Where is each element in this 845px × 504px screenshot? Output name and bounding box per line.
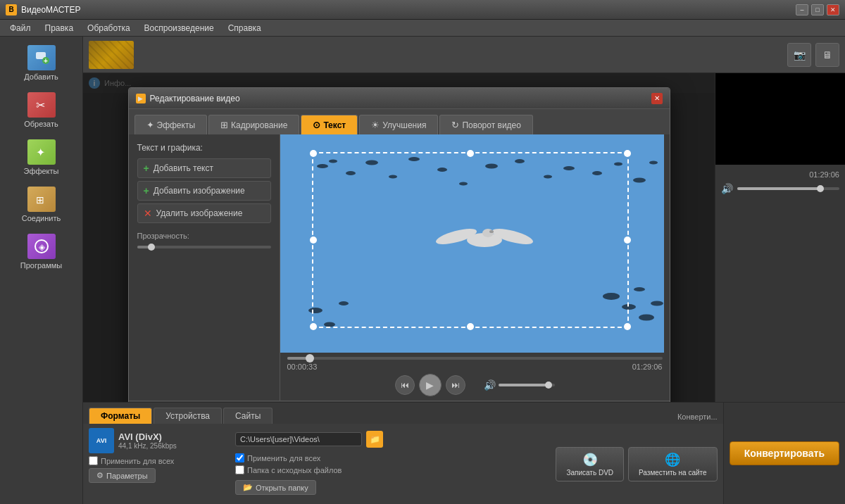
content-area: i Инфо... ▶ Редактирование видео ✕ xyxy=(83,73,715,402)
camera-icon-btn[interactable]: 📷 xyxy=(787,43,811,67)
handle-mr[interactable] xyxy=(624,237,631,244)
delete-image-label: Удалить изображение xyxy=(156,208,243,218)
apply-all-checkbox[interactable] xyxy=(89,456,98,465)
output-path-field[interactable] xyxy=(235,432,362,446)
sidebar-join-label: Соединить xyxy=(22,214,61,222)
modal-title-bar: ▶ Редактирование видео ✕ xyxy=(129,88,670,109)
video-canvas xyxy=(280,134,664,353)
convert-button[interactable]: Конвертировать xyxy=(730,441,839,465)
source-folder-check[interactable]: Папка с исходных файлов xyxy=(235,465,390,474)
effects-tab-icon: ✦ xyxy=(146,120,154,130)
fast-forward-button[interactable]: ⏭ xyxy=(446,375,465,395)
maximize-button[interactable]: □ xyxy=(811,4,824,15)
right-volume-thumb xyxy=(817,185,824,192)
menu-bar: Файл Правка Обработка Воспроизведение Сп… xyxy=(0,20,845,37)
add-text-button[interactable]: + Добавить текст xyxy=(137,158,271,178)
volume-fill xyxy=(499,384,546,386)
tab-rotate[interactable]: ↻ Поворот видео xyxy=(439,115,533,134)
time-end: 01:29:06 xyxy=(632,363,663,371)
right-volume-slider[interactable] xyxy=(737,187,839,190)
plus-icon: + xyxy=(144,163,149,174)
sidebar-btn-effects[interactable]: ✦ Эффекты xyxy=(3,135,80,179)
handle-tl[interactable] xyxy=(310,150,317,157)
tab-framing[interactable]: ⊞ Кадрирование xyxy=(208,115,299,134)
play-button[interactable]: ▶ xyxy=(419,374,442,396)
modal-icon: ▶ xyxy=(136,94,146,103)
right-preview-svg xyxy=(715,73,845,165)
format-col: AVI AVI (DivX) 44,1 kHz, 256kbps Примени… xyxy=(89,428,230,500)
add-image-button[interactable]: + Добавить изображение xyxy=(137,181,271,201)
apply-all-check[interactable]: Применить для всех xyxy=(89,456,230,465)
main-layout: + Добавить ✂ Обрезать ✦ Эффекты ⊞ Соедин… xyxy=(0,37,845,504)
apply-all-label2: Применить для всех xyxy=(247,454,320,462)
open-folder-button[interactable]: 📂 Открыть папку xyxy=(235,480,316,495)
menu-file[interactable]: Файл xyxy=(3,21,38,35)
handle-tr[interactable] xyxy=(624,150,631,157)
sidebar-btn-join[interactable]: ⊞ Соединить xyxy=(3,182,80,227)
svg-point-28 xyxy=(639,315,654,321)
handle-ml[interactable] xyxy=(310,237,317,244)
selection-box[interactable] xyxy=(312,152,629,328)
apply-all-checkbox2[interactable] xyxy=(235,453,244,462)
minimize-button[interactable]: – xyxy=(796,4,808,15)
sidebar-btn-add[interactable]: + Добавить xyxy=(3,41,80,85)
playback-controls: ⏮ ▶ ⏭ 🔊 xyxy=(287,374,663,396)
params-row: ⚙ Параметры xyxy=(89,468,230,483)
browse-folder-button[interactable]: 📁 xyxy=(366,431,383,448)
app-title: ВидеоМАСТЕР xyxy=(21,5,796,15)
handle-bl[interactable] xyxy=(310,323,317,330)
modal-tabs: ✦ Эффекты ⊞ Кадрирование ⊙ Текст xyxy=(129,109,670,134)
handle-br[interactable] xyxy=(624,323,631,330)
right-bottom: Конвертировать xyxy=(723,402,845,504)
apply-all-check2[interactable]: Применить для всех xyxy=(235,453,390,462)
tab-improvements[interactable]: ☀ Улучшения xyxy=(359,115,438,134)
handle-tm[interactable] xyxy=(467,150,474,157)
publish-label: Разместить на сайте xyxy=(639,469,707,477)
transparency-thumb xyxy=(148,244,155,251)
menu-edit[interactable]: Правка xyxy=(38,21,81,35)
tab-effects[interactable]: ✦ Эффекты xyxy=(134,115,208,134)
improvements-tab-label: Улучшения xyxy=(382,120,426,130)
rewind-button[interactable]: ⏮ xyxy=(395,375,415,395)
transparency-slider[interactable] xyxy=(137,246,271,248)
modal-close-button[interactable]: ✕ xyxy=(651,93,663,104)
right-volume-icon: 🔊 xyxy=(721,183,733,194)
publish-button[interactable]: 🌐 Разместить на сайте xyxy=(628,447,718,481)
tab-text[interactable]: ⊙ Текст xyxy=(301,115,358,134)
avi-icon: AVI xyxy=(89,428,114,453)
menu-playback[interactable]: Воспроизведение xyxy=(137,21,221,35)
format-info: AVI (DivX) 44,1 kHz, 256kbps xyxy=(118,431,177,450)
seek-bar[interactable] xyxy=(287,357,663,360)
sidebar-btn-programs[interactable]: ◈ Программы xyxy=(3,229,80,274)
right-volume-fill xyxy=(737,187,819,190)
record-dvd-button[interactable]: 💿 Записать DVD xyxy=(556,447,624,481)
modal-body: Текст и графика: + Добавить текст + Доба… xyxy=(129,134,670,401)
volume-bar[interactable] xyxy=(499,384,555,386)
video-thumbnail xyxy=(89,41,134,69)
screen-icon-btn[interactable]: 🖥 xyxy=(815,43,839,67)
delete-image-button[interactable]: ✕ Удалить изображение xyxy=(137,203,271,223)
svg-text:✂: ✂ xyxy=(36,99,45,111)
handle-bm[interactable] xyxy=(467,323,474,330)
add-image-label: Добавить изображение xyxy=(154,186,245,196)
cut-icon: ✂ xyxy=(27,92,56,118)
right-controls: 01:29:06 🔊 xyxy=(715,165,845,200)
format-name: AVI (DivX) xyxy=(118,431,177,442)
tab-sites[interactable]: Сайты xyxy=(223,408,273,424)
modal-footer: Применить Отмена xyxy=(129,401,670,402)
close-button[interactable]: ✕ xyxy=(827,4,839,15)
framing-tab-icon: ⊞ xyxy=(220,120,228,130)
open-folder-label: Открыть папку xyxy=(256,484,308,492)
tab-formats[interactable]: Форматы xyxy=(89,408,152,424)
add-image-icon: + xyxy=(144,185,149,196)
params-button[interactable]: ⚙ Параметры xyxy=(89,468,156,483)
tab-devices[interactable]: Устройства xyxy=(154,408,222,424)
svg-text:⊞: ⊞ xyxy=(36,194,44,206)
modal-video-area: 00:00:33 01:29:06 ⏮ ▶ ⏭ 🔊 xyxy=(280,134,670,401)
sidebar-btn-cut[interactable]: ✂ Обрезать xyxy=(3,88,80,132)
bottom-content: AVI AVI (DivX) 44,1 kHz, 256kbps Примени… xyxy=(83,424,723,504)
modal-title: Редактирование видео xyxy=(150,94,651,103)
menu-process[interactable]: Обработка xyxy=(80,21,137,35)
source-folder-checkbox[interactable] xyxy=(235,465,244,474)
menu-help[interactable]: Справка xyxy=(221,21,268,35)
